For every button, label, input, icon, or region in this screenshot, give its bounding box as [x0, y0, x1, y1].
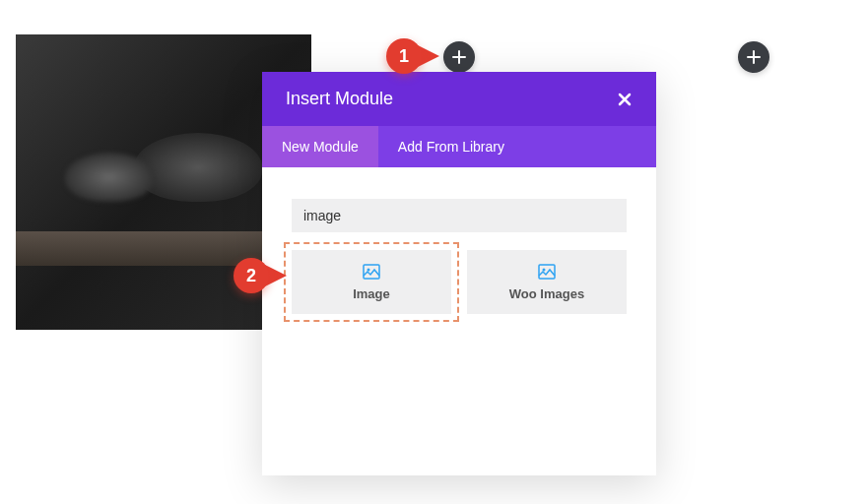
plus-icon: [452, 50, 466, 64]
add-module-button[interactable]: [443, 41, 475, 73]
close-icon: [617, 92, 633, 107]
module-woo-images[interactable]: Woo Images: [467, 250, 627, 314]
modal-tabs: New Module Add From Library: [262, 126, 656, 167]
image-icon: [475, 263, 619, 281]
search-input[interactable]: [292, 199, 627, 232]
plus-icon: [747, 50, 761, 64]
module-image[interactable]: Image: [292, 250, 451, 314]
add-module-button[interactable]: [738, 41, 769, 73]
modal-header: Insert Module: [262, 72, 656, 126]
module-label: Image: [300, 286, 443, 301]
tab-add-from-library[interactable]: Add From Library: [378, 126, 524, 167]
image-icon: [300, 263, 443, 281]
modal-title: Insert Module: [286, 89, 393, 109]
tab-new-module[interactable]: New Module: [262, 126, 378, 167]
close-button[interactable]: [617, 92, 633, 107]
annotation-step-1: 1: [386, 36, 447, 76]
insert-module-modal: Insert Module New Module Add From Librar…: [262, 72, 656, 475]
module-label: Woo Images: [475, 286, 619, 301]
annotation-step-2: 2: [234, 256, 295, 295]
module-list: Image Woo Images: [262, 250, 656, 314]
